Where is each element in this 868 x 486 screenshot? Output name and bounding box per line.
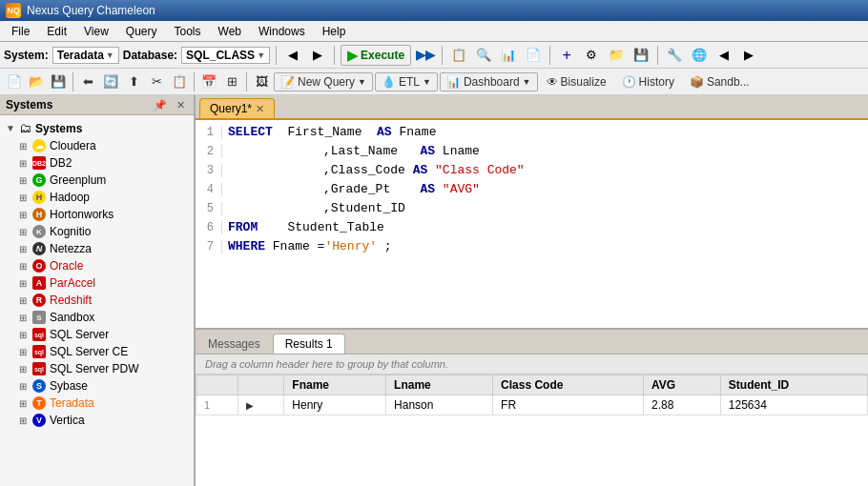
vertica-label: Vertica: [50, 414, 85, 427]
toolbar2-open[interactable]: 📂: [26, 71, 47, 92]
messages-tab[interactable]: Messages: [196, 334, 273, 354]
drag-hint-text: Drag a column header here to group by th…: [205, 358, 448, 370]
dashboard-button[interactable]: 📊 Dashboard ▼: [440, 72, 538, 91]
results-content: Drag a column header here to group by th…: [196, 354, 868, 486]
col-header-lname[interactable]: Lname: [386, 375, 493, 395]
sandbox-button[interactable]: 📦 Sandb...: [683, 72, 756, 91]
toolbar2-img[interactable]: 🖼: [251, 71, 272, 92]
toolbar2-calendar[interactable]: 📅: [198, 71, 219, 92]
menu-query[interactable]: Query: [118, 23, 165, 40]
sql-editor[interactable]: 1 SELECT First_Name AS Fname 2 ,Last_Nam…: [196, 120, 868, 330]
tree-item-sandbox[interactable]: ⊞ S Sandbox: [0, 309, 194, 326]
systems-close-btn[interactable]: ✕: [174, 99, 188, 111]
menu-file[interactable]: File: [4, 23, 37, 40]
toolbar1-btn6[interactable]: 📄: [523, 45, 544, 66]
toolbar1-run-btn[interactable]: ▶▶: [415, 45, 436, 66]
table-row: 1 ▶ Henry Hanson FR 2.88 125634: [196, 395, 868, 415]
toolbar2-btn1[interactable]: ⬅: [77, 71, 98, 92]
results1-tab[interactable]: Results 1: [273, 334, 345, 354]
sql-l4-space: [435, 182, 443, 196]
toolbar1-btn9[interactable]: 💾: [630, 45, 651, 66]
toolbar1-btn12[interactable]: ◀: [713, 45, 734, 66]
menu-windows[interactable]: Windows: [251, 23, 313, 40]
sqlserver-label: SQL Server: [50, 328, 109, 341]
app-title: Nexus Query Chameleon: [27, 4, 155, 17]
bisualize-button[interactable]: 👁 Bisualize: [540, 72, 613, 91]
database-dropdown-arrow: ▼: [257, 51, 265, 60]
toolbar1-btn4[interactable]: 🔍: [473, 45, 494, 66]
menu-edit[interactable]: Edit: [39, 23, 74, 40]
toolbar1-btn2[interactable]: ▶: [307, 45, 328, 66]
sql-select: SELECT: [228, 125, 273, 139]
menu-view[interactable]: View: [76, 23, 116, 40]
toolbar2-save[interactable]: 💾: [48, 71, 69, 92]
tree-item-teradata[interactable]: ⊞ T Teradata: [0, 395, 194, 412]
tree-item-redshift[interactable]: ⊞ R Redshift: [0, 292, 194, 309]
col-header-avg[interactable]: AVG: [644, 375, 721, 395]
toolbar2-grid[interactable]: ⊞: [221, 71, 242, 92]
tree-item-hortonworks[interactable]: ⊞ H Hortonworks: [0, 206, 194, 223]
toolbar1-btn13[interactable]: ▶: [738, 45, 759, 66]
execute-button[interactable]: ▶ Execute: [341, 45, 411, 66]
sql-l2-alias: Lname: [435, 144, 480, 158]
tree-sybase-expand: ⊞: [19, 381, 29, 392]
tree-item-vertica[interactable]: ⊞ V Vertica: [0, 412, 194, 429]
toolbar2-btn4[interactable]: ✂: [146, 71, 167, 92]
tree-item-sqlserver[interactable]: ⊞ sql SQL Server: [0, 326, 194, 343]
tree-item-kognitio[interactable]: ⊞ K Kognitio: [0, 223, 194, 240]
tree-oracle-expand: ⊞: [19, 261, 29, 272]
tree-item-sqlserverce[interactable]: ⊞ sql SQL Server CE: [0, 343, 194, 360]
sql-from: FROM: [228, 220, 258, 234]
row-arrow-cell: ▶: [238, 395, 284, 415]
etl-button[interactable]: 💧 ETL ▼: [375, 72, 438, 91]
toolbar1-btn1[interactable]: ◀: [282, 45, 303, 66]
toolbar1-btn7[interactable]: ⚙: [581, 45, 602, 66]
menu-tools[interactable]: Tools: [167, 23, 209, 40]
toolbar1-btn5[interactable]: 📊: [498, 45, 519, 66]
col-header-fname[interactable]: Fname: [284, 375, 386, 395]
systems-pin-btn[interactable]: 📌: [151, 99, 170, 111]
sql-l6-content: Student_Table: [258, 220, 384, 234]
history-button[interactable]: 🕐 History: [615, 72, 681, 91]
etl-label: ETL: [399, 75, 420, 89]
sql-l1-content: First_Name: [273, 125, 377, 139]
netezza-label: Netezza: [50, 242, 92, 255]
paraccel-icon: A: [32, 276, 46, 290]
col-header-classcode[interactable]: Class Code: [493, 375, 644, 395]
toolbar1-btn3[interactable]: 📋: [448, 45, 469, 66]
database-dropdown[interactable]: SQL_CLASS ▼: [181, 47, 270, 64]
toolbar2-btn5[interactable]: 📋: [169, 71, 190, 92]
tree-item-netezza[interactable]: ⊞ N Netezza: [0, 240, 194, 257]
tree-item-sqlserverpdw[interactable]: ⊞ sql SQL Server PDW: [0, 360, 194, 377]
toolbar1-btn11[interactable]: 🌐: [689, 45, 710, 66]
toolbar2-btn2[interactable]: 🔄: [100, 71, 121, 92]
query-tab-1[interactable]: Query1* ✕: [199, 98, 275, 118]
toolbar1-btn8[interactable]: 📁: [606, 45, 627, 66]
sql-l2-comma: ,Last_Name: [323, 144, 420, 158]
tree-item-hadoop[interactable]: ⊞ H Hadoop: [0, 189, 194, 206]
sql-l3-space: [427, 163, 435, 177]
query-tab-close[interactable]: ✕: [256, 103, 264, 115]
menu-help[interactable]: Help: [315, 23, 354, 40]
tree-item-cloudera[interactable]: ⊞ ☁ Cloudera: [0, 137, 194, 154]
tree-item-db2[interactable]: ⊞ DB2 DB2: [0, 154, 194, 172]
system-dropdown-arrow: ▼: [106, 51, 114, 60]
tree-item-paraccel[interactable]: ⊞ A ParAccel: [0, 274, 194, 292]
sqlserverpdw-label: SQL Server PDW: [50, 362, 139, 375]
row-num: 1: [196, 395, 238, 415]
toolbar2-btn3[interactable]: ⬆: [123, 71, 144, 92]
bisualize-label: Bisualize: [561, 75, 607, 89]
toolbar1-add-btn[interactable]: +: [556, 45, 577, 66]
tree-root-systems[interactable]: ▼ 🗂 Systems: [0, 119, 194, 137]
tree-item-sybase[interactable]: ⊞ S Sybase: [0, 377, 194, 395]
toolbar1-sep2: [334, 46, 335, 65]
new-query-button[interactable]: 📝 New Query ▼: [274, 72, 373, 91]
menu-web[interactable]: Web: [211, 23, 249, 40]
tree-item-oracle[interactable]: ⊞ O Oracle: [0, 257, 194, 274]
line-num-4: 4: [196, 183, 222, 196]
tree-item-greenplum[interactable]: ⊞ G Greenplum: [0, 172, 194, 189]
toolbar2-new[interactable]: 📄: [4, 71, 25, 92]
toolbar1-btn10[interactable]: 🔧: [664, 45, 685, 66]
col-header-studentid[interactable]: Student_ID: [720, 375, 867, 395]
system-dropdown[interactable]: Teradata ▼: [52, 47, 119, 64]
